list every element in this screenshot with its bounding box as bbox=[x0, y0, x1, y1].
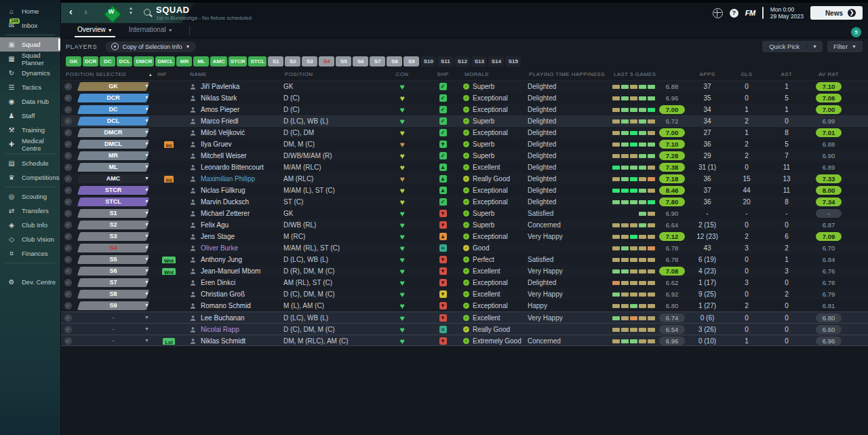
col-av-rat[interactable]: AV RAT bbox=[806, 71, 851, 77]
position-filter-ml[interactable]: ML bbox=[193, 56, 209, 67]
sidebar-item-training[interactable]: ⚒Training bbox=[0, 123, 60, 137]
position-filter-dmcl[interactable]: DMCL bbox=[155, 56, 175, 67]
position-selected-dropdown[interactable]: -▼ bbox=[75, 312, 156, 324]
table-row[interactable]: ✓S5▼WntAnthony JungD (LC), WB (L)♥▼✓Perf… bbox=[61, 254, 868, 265]
table-row[interactable]: ✓S7▼Eren DinkciAM (RL), ST (C)♥▼✓Excepti… bbox=[61, 277, 868, 288]
back-arrow-icon[interactable]: ‹ bbox=[69, 5, 73, 17]
filter-button[interactable]: Filter ▼ bbox=[827, 41, 863, 52]
notification-badge[interactable]: 5 bbox=[851, 27, 861, 37]
player-name[interactable]: Marco Friedl bbox=[201, 117, 239, 125]
position-filter-s15[interactable]: S15 bbox=[505, 56, 521, 67]
position-filter-s10[interactable]: S10 bbox=[420, 56, 436, 67]
position-selected-dropdown[interactable]: S6▼ bbox=[75, 265, 156, 277]
row-select-check-icon[interactable]: ✓ bbox=[64, 337, 72, 345]
player-name[interactable]: Romano Schmid bbox=[201, 302, 251, 309]
position-filter-s11[interactable]: S11 bbox=[437, 56, 453, 67]
position-filter-s2[interactable]: S2 bbox=[285, 56, 300, 67]
info-badge[interactable]: Inj bbox=[164, 141, 174, 149]
sidebar-item-dev-centre[interactable]: ⚙Dev. Centre bbox=[0, 275, 60, 289]
club-badge[interactable]: W bbox=[103, 5, 119, 21]
player-name[interactable]: Nicolai Rapp bbox=[201, 326, 239, 333]
position-filter-gk[interactable]: GK bbox=[66, 56, 81, 67]
position-selected-dropdown[interactable]: ML▼ bbox=[75, 162, 156, 173]
position-filter-stcr[interactable]: STCR bbox=[229, 56, 248, 67]
row-select-check-icon[interactable]: ✓ bbox=[64, 221, 72, 229]
player-name[interactable]: Niklas Schmidt bbox=[201, 337, 245, 345]
tab-overview[interactable]: Overview▼ bbox=[77, 23, 113, 38]
news-button[interactable]: News ❯ bbox=[810, 6, 863, 20]
quick-pick-dropdown-icon[interactable]: ▼ bbox=[806, 44, 823, 49]
player-name[interactable]: Niclas Füllkrug bbox=[201, 187, 245, 194]
table-row[interactable]: ✓ML▼Leonardo BittencourtM/AM (RLC)♥▲✓Exc… bbox=[61, 162, 868, 173]
sidebar-item-home[interactable]: ⌂Home bbox=[0, 4, 60, 18]
player-name[interactable]: Leonardo Bittencourt bbox=[201, 164, 264, 171]
table-row[interactable]: ✓GK▼Jiří PavlenkaGK♥✓✓SuperbDelighted6.8… bbox=[61, 81, 868, 92]
position-selected-dropdown[interactable]: DCL▼ bbox=[75, 115, 156, 127]
sidebar-item-finances[interactable]: ¤Finances bbox=[0, 246, 60, 261]
table-row[interactable]: ✓S8▼Christian GroßD (C), DM, M (C)♥▼✓Exc… bbox=[61, 288, 868, 300]
sidebar-item-tactics[interactable]: ☰Tactics bbox=[0, 80, 60, 94]
position-filter-dmcr[interactable]: DMCR bbox=[134, 56, 154, 67]
row-select-check-icon[interactable]: ✓ bbox=[64, 267, 72, 275]
sidebar-item-staff[interactable]: ♟Staff bbox=[0, 109, 60, 123]
player-name[interactable]: Amos Pieper bbox=[201, 106, 239, 113]
col-ast[interactable]: AST bbox=[767, 71, 806, 77]
position-selected-dropdown[interactable]: S4▼ bbox=[75, 242, 156, 254]
sidebar-item-squad[interactable]: ▣Squad bbox=[0, 37, 60, 52]
position-filter-amc[interactable]: AMC bbox=[210, 56, 226, 67]
player-name[interactable]: Eren Dinkci bbox=[201, 279, 235, 286]
team-switcher-spinner[interactable]: ▲▼ bbox=[129, 6, 133, 15]
table-row[interactable]: ✓DCL▼Marco FriedlD (LC), WB (L)♥✓✓Superb… bbox=[61, 115, 868, 127]
info-badge[interactable]: Wnt bbox=[162, 257, 176, 264]
player-name[interactable]: Miloš Veljković bbox=[201, 129, 245, 136]
sidebar-item-dynamics[interactable]: ↻Dynamics bbox=[0, 66, 60, 80]
table-row[interactable]: ✓S4▼Oliver BurkeM/AM (RL), ST (C)♥=✓Good… bbox=[61, 242, 868, 254]
position-filter-s4[interactable]: S4 bbox=[319, 56, 334, 67]
table-row[interactable]: ✓DC▼Amos PieperD (C)♥✓✓ExceptionalDeligh… bbox=[61, 104, 868, 115]
position-filter-s8[interactable]: S8 bbox=[387, 56, 402, 67]
player-name[interactable]: Christian Groß bbox=[201, 290, 245, 298]
position-selected-dropdown[interactable]: S7▼ bbox=[75, 277, 156, 288]
position-selected-dropdown[interactable]: -▼ bbox=[75, 324, 156, 335]
position-filter-dcr[interactable]: DCR bbox=[83, 56, 98, 67]
sidebar-item-schedule[interactable]: ▤Schedule bbox=[0, 156, 60, 170]
selection-info-dropdown[interactable]: Copy of Selection Info ▼ bbox=[105, 41, 196, 52]
row-select-check-icon[interactable]: ✓ bbox=[64, 140, 72, 148]
col-name[interactable]: NAME bbox=[182, 71, 283, 77]
position-filter-s13[interactable]: S13 bbox=[471, 56, 487, 67]
col-playing-time-happiness[interactable]: PLAYING TIME HAPPINESS bbox=[528, 71, 612, 77]
tab-international[interactable]: International▼ bbox=[129, 23, 173, 38]
row-select-check-icon[interactable]: ✓ bbox=[64, 233, 72, 240]
sidebar-item-scouting[interactable]: ◎Scouting bbox=[0, 189, 60, 204]
table-row[interactable]: ✓-▼Lee BuchananD (LC), WB (L)♥▼✓Excellen… bbox=[61, 311, 868, 323]
position-filter-dcl[interactable]: DCL bbox=[117, 56, 132, 67]
position-filter-s14[interactable]: S14 bbox=[488, 56, 504, 67]
position-filter-s7[interactable]: S7 bbox=[370, 56, 385, 67]
position-filter-stcl[interactable]: STCL bbox=[248, 56, 267, 67]
position-selected-dropdown[interactable]: S9▼ bbox=[75, 300, 156, 311]
player-name[interactable]: Marvin Ducksch bbox=[201, 198, 249, 206]
col-last-5-games[interactable]: LAST 5 GAMES bbox=[612, 71, 688, 77]
col-inf[interactable]: INF bbox=[156, 71, 182, 77]
row-select-check-icon[interactable]: ✓ bbox=[64, 83, 72, 90]
sidebar-item-club-info[interactable]: ◈Club Info bbox=[0, 218, 60, 232]
player-name[interactable]: Niklas Stark bbox=[201, 94, 237, 102]
sidebar-item-squad-planner[interactable]: ▦Squad Planner bbox=[0, 52, 60, 66]
row-select-check-icon[interactable]: ✓ bbox=[64, 210, 72, 217]
table-row[interactable]: ✓S2▼Felix AguD/WB (RL)♥▼✓SuperbConcerned… bbox=[61, 219, 868, 231]
table-row[interactable]: ✓MR▼Mitchell WeiserD/WB/M/AM (R)♥✓✓Super… bbox=[61, 150, 868, 162]
position-filter-s1[interactable]: S1 bbox=[268, 56, 283, 67]
player-name[interactable]: Michael Zetterer bbox=[201, 210, 250, 217]
table-row[interactable]: ✓S6▼WntJean-Manuel MbomD (R), DM, M (C)♥… bbox=[61, 265, 868, 277]
player-name[interactable]: Felix Agu bbox=[201, 221, 229, 229]
help-icon[interactable]: ? bbox=[730, 9, 738, 18]
table-row[interactable]: ✓STCR▼Niclas FüllkrugM/AM (L), ST (C)♥▲✓… bbox=[61, 185, 868, 196]
player-name[interactable]: Maximilian Philipp bbox=[201, 175, 255, 183]
position-selected-dropdown[interactable]: DMCR▼ bbox=[75, 127, 156, 138]
sidebar-item-inbox[interactable]: ✉149Inbox bbox=[0, 18, 60, 33]
position-selected-dropdown[interactable]: AMC▼ bbox=[75, 173, 156, 185]
col-shp[interactable]: SHP bbox=[422, 71, 463, 77]
row-select-check-icon[interactable]: ✓ bbox=[64, 175, 72, 183]
sidebar-item-competitions[interactable]: ♛Competitions bbox=[0, 170, 60, 185]
player-name[interactable]: Jean-Manuel Mbom bbox=[201, 267, 260, 275]
